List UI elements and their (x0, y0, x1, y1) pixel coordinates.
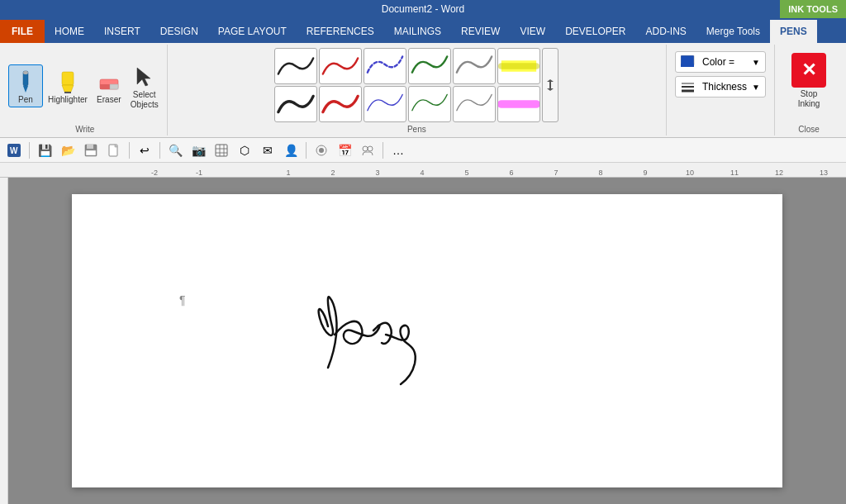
svg-marker-4 (62, 85, 74, 92)
svg-point-33 (363, 146, 368, 151)
svg-point-34 (368, 146, 373, 151)
titlebar: Document2 - Word INK TOOLS (0, 0, 846, 18)
pens-container (274, 48, 558, 122)
pen-swatch-8[interactable] (319, 86, 362, 122)
new-doc-button[interactable] (103, 140, 125, 160)
svg-text:W: W (10, 146, 18, 155)
pen-swatch-4[interactable] (408, 48, 451, 84)
svg-rect-26 (216, 145, 227, 156)
pen-swatch-6[interactable] (497, 48, 540, 84)
toolbar-sep-1 (29, 142, 30, 159)
pen-swatch-10[interactable] (408, 86, 451, 122)
mail-button[interactable]: ✉ (257, 140, 278, 160)
eraser-button[interactable]: Eraser (93, 65, 126, 107)
tab-add-ins[interactable]: ADD-INS (635, 20, 696, 43)
toolbar: W 💾 📂 ↩ 🔍 📷 ⬡ ✉ 👤 (0, 138, 846, 163)
svg-rect-24 (86, 150, 96, 155)
pens-group-label: Pens (407, 123, 426, 134)
select-objects-button[interactable]: SelectObjects (127, 60, 162, 112)
tab-merge-tools[interactable]: Merge Tools (696, 20, 770, 43)
signature-svg (278, 260, 444, 426)
undo-button[interactable]: ↩ (134, 140, 155, 160)
highlighter-button[interactable]: Highlighter (45, 65, 91, 107)
highlighter-label: Highlighter (48, 95, 88, 105)
svg-rect-5 (64, 92, 71, 93)
svg-rect-12 (549, 82, 551, 85)
svg-rect-8 (110, 84, 118, 89)
tab-references[interactable]: REFERENCES (297, 20, 384, 43)
select-label: SelectObjects (131, 90, 159, 110)
signature-area (278, 260, 444, 428)
ribbon: Pen Highlighter (0, 43, 846, 138)
highlighter-icon (55, 69, 81, 95)
tab-pens[interactable]: PENS (770, 20, 817, 43)
paragraph-mark: ¶ (179, 293, 186, 307)
save-button[interactable]: 💾 (34, 140, 55, 160)
open-button[interactable]: 📂 (57, 140, 78, 160)
tab-insert[interactable]: INSERT (94, 20, 150, 43)
tab-home[interactable]: HOME (45, 20, 94, 43)
thickness-label: Thickness (702, 81, 747, 93)
svg-point-32 (319, 148, 324, 153)
pen-swatch-7[interactable] (274, 86, 317, 122)
tab-file[interactable]: FILE (0, 20, 45, 43)
toolbar-sep-3 (159, 142, 160, 159)
pen-swatch-12[interactable] (497, 86, 540, 122)
pen-more-button[interactable] (542, 48, 558, 122)
write-tools: Pen Highlighter (8, 48, 162, 123)
tab-mailings[interactable]: MAILINGS (384, 20, 451, 43)
svg-marker-9 (137, 68, 150, 86)
tab-review[interactable]: REVIEW (451, 20, 510, 43)
pen-swatch-9[interactable] (364, 86, 406, 122)
person-button[interactable]: 👤 (280, 140, 302, 160)
ruler: -2 -1 1 2 3 4 5 6 7 8 9 10 11 12 13 (0, 163, 846, 178)
stop-inking-label: Stop Inking (798, 89, 820, 109)
svg-marker-11 (547, 79, 554, 82)
insert-shape-button[interactable]: ⬡ (234, 140, 255, 160)
svg-rect-23 (87, 145, 93, 149)
insert-table-button[interactable] (211, 140, 232, 160)
pens-group: Pens (168, 45, 667, 136)
tabs-row: FILE HOME INSERT DESIGN PAGE LAYOUT REFE… (0, 18, 846, 43)
svg-rect-3 (62, 72, 74, 85)
tab-page-layout[interactable]: PAGE LAYOUT (208, 20, 297, 43)
tab-developer[interactable]: DEVELOPER (555, 20, 635, 43)
tab-design[interactable]: DESIGN (150, 20, 208, 43)
pen-swatch-1[interactable] (274, 48, 317, 84)
svg-rect-2 (23, 71, 28, 74)
color-button[interactable]: Color = ▼ (675, 51, 766, 73)
close-label: Close (798, 123, 820, 134)
color-dropdown-icon: ▼ (752, 58, 760, 67)
color-label: Color = (702, 56, 734, 68)
calendar-button[interactable]: 📅 (334, 140, 355, 160)
stop-inking-button[interactable]: ✕ Stop Inking (783, 48, 834, 114)
shapes-button[interactable] (311, 140, 332, 160)
tab-view[interactable]: VIEW (510, 20, 555, 43)
thickness-dropdown-icon: ▼ (752, 83, 760, 92)
svg-rect-16 (681, 64, 694, 67)
find-button[interactable]: 🔍 (164, 140, 186, 160)
stop-x-icon: ✕ (791, 53, 826, 88)
left-margin (0, 178, 8, 504)
eraser-label: Eraser (97, 95, 121, 105)
content-area: ¶ (0, 178, 846, 504)
pen-swatch-3[interactable] (364, 48, 406, 84)
pen-swatch-2[interactable] (319, 48, 362, 84)
document-title: Document2 - Word (382, 3, 464, 15)
screenshot-button[interactable]: 📷 (188, 140, 209, 160)
select-icon (131, 64, 158, 90)
svg-rect-14 (549, 85, 551, 88)
pen-swatch-11[interactable] (453, 86, 496, 122)
pen-button[interactable]: Pen (8, 64, 43, 107)
stop-group: ✕ Stop Inking Close (775, 45, 843, 136)
svg-marker-1 (23, 86, 28, 93)
pen-swatch-5[interactable] (453, 48, 496, 84)
groups-button[interactable] (357, 140, 378, 160)
extra-button[interactable]: … (387, 140, 409, 160)
thickness-button[interactable]: Thickness ▼ (675, 76, 766, 97)
page-area[interactable]: ¶ (8, 178, 846, 504)
document-page: ¶ (72, 194, 782, 487)
svg-marker-13 (547, 88, 554, 91)
save-floppy-button[interactable] (80, 140, 102, 160)
ink-tools-tab: INK TOOLS (780, 0, 846, 18)
